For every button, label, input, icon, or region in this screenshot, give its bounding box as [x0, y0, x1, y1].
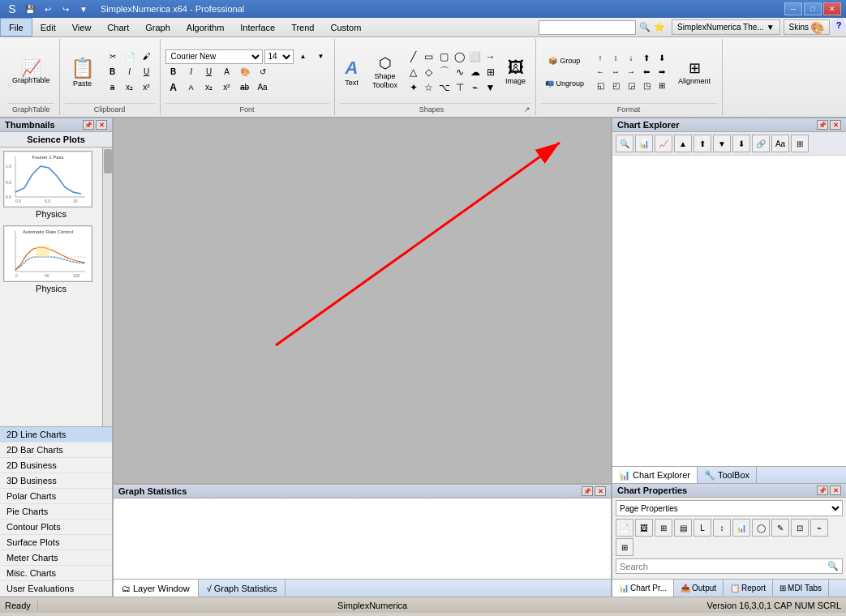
ce-btn-10[interactable]: ⊞	[791, 135, 809, 152]
close-btn[interactable]: ✕	[823, 2, 841, 15]
props-btn-10[interactable]: ⊡	[791, 519, 809, 537]
shape-s1[interactable]: △	[406, 65, 421, 79]
props-btn-8[interactable]: ◯	[752, 519, 770, 537]
chart-pr-tab[interactable]: 📊 Chart Pr...	[612, 580, 674, 597]
menu-graph[interactable]: Graph	[137, 18, 178, 36]
menu-file[interactable]: File	[0, 18, 32, 36]
undo-btn[interactable]: ↩	[41, 2, 55, 16]
pin-explorer-btn[interactable]: 📌	[817, 120, 828, 130]
font-family-select[interactable]: Courier New	[165, 49, 263, 64]
ce-btn-5[interactable]: ⬆	[694, 135, 711, 152]
font-underline-btn[interactable]: U	[201, 65, 217, 79]
font-size-select[interactable]: 14	[264, 49, 294, 64]
thumb-physics-2[interactable]: Automatic Rate Control	[3, 225, 99, 293]
fmt-i4[interactable]: ⬆	[639, 52, 654, 65]
ungroup-btn[interactable]: 📭 Ungroup	[541, 73, 589, 94]
minimize-btn[interactable]: ─	[784, 2, 802, 15]
fmt-i5[interactable]: ⬇	[655, 52, 669, 65]
text-btn[interactable]: A Text	[340, 49, 364, 95]
props-btn-7[interactable]: 📊	[732, 519, 750, 537]
thumb-physics-1[interactable]: Fourier 1 Pass 0.0 0.5 1.0 0.0 5.0	[3, 151, 99, 219]
font-strike-btn[interactable]: ab	[237, 80, 253, 95]
menu-interface[interactable]: Interface	[232, 18, 283, 36]
props-btn-1[interactable]: 📄	[616, 519, 633, 537]
ce-btn-6[interactable]: ▼	[713, 135, 731, 152]
strike-btn[interactable]: a	[105, 80, 121, 95]
menu-chart[interactable]: Chart	[99, 18, 137, 36]
thumbs-scrollbar[interactable]	[102, 148, 112, 426]
font-sub-btn[interactable]: x₂	[201, 80, 217, 95]
font-highlight-btn[interactable]: 🎨	[237, 65, 253, 79]
chart-list-item-2dline[interactable]: 2D Line Charts	[0, 427, 112, 443]
help-btn[interactable]: ?	[831, 18, 846, 32]
dropdown-btn[interactable]: ▼	[76, 2, 91, 16]
mdi-tabs-tab[interactable]: ⊞ MDI Tabs	[773, 580, 829, 597]
chart-list-item-pie[interactable]: Pie Charts	[0, 504, 112, 520]
chart-list-item-meter[interactable]: Meter Charts	[0, 550, 112, 566]
ce-btn-9[interactable]: Aa	[771, 135, 789, 152]
font-case-btn[interactable]: Aa	[255, 80, 271, 95]
canvas-area[interactable]	[114, 118, 611, 483]
font-italic-btn[interactable]: I	[183, 65, 200, 79]
fmt-i15[interactable]: ⊞	[655, 79, 669, 92]
menu-edit[interactable]: Edit	[32, 18, 64, 36]
copy-btn[interactable]: 📄	[122, 49, 138, 64]
font-color-btn[interactable]: A	[219, 65, 235, 79]
pin-btn[interactable]: 📌	[83, 120, 94, 130]
ribbon-search-box[interactable]	[539, 20, 636, 35]
shape-s4[interactable]: ∿	[453, 65, 467, 79]
shape-s10[interactable]: ⌁	[468, 80, 483, 95]
superscript-btn[interactable]: x²	[139, 80, 155, 95]
subscript-btn[interactable]: x₂	[122, 80, 138, 95]
props-btn-5[interactable]: L	[694, 519, 711, 537]
chart-list-item-misc[interactable]: Misc. Charts	[0, 566, 112, 581]
font-size-a-btn[interactable]: A	[165, 80, 182, 95]
italic-btn[interactable]: I	[122, 65, 138, 79]
close-explorer-btn[interactable]: ✕	[830, 120, 841, 130]
font-size-a-sm-btn[interactable]: A	[183, 80, 200, 95]
ce-btn-8[interactable]: 🔗	[752, 135, 770, 152]
props-search-box[interactable]: 🔍	[616, 558, 843, 574]
menu-view[interactable]: View	[64, 18, 100, 36]
font-size-up-btn[interactable]: ▲	[295, 49, 311, 64]
graph-stats-tab[interactable]: √ Graph Statistics	[199, 580, 286, 597]
props-btn-4[interactable]: ▤	[674, 519, 692, 537]
fmt-i3[interactable]: ↓	[624, 52, 638, 65]
props-btn-3[interactable]: ⊞	[655, 519, 672, 537]
skins-btn[interactable]: Skins 🎨	[784, 19, 830, 35]
font-bold-btn[interactable]: B	[165, 65, 182, 79]
close-props-btn[interactable]: ✕	[830, 486, 841, 495]
props-btn-12[interactable]: ⊞	[616, 538, 633, 556]
chart-list-item-surface[interactable]: Surface Plots	[0, 535, 112, 550]
shape-rounded-rect[interactable]: ▢	[437, 49, 452, 64]
shape-arrow[interactable]: →	[483, 49, 498, 64]
props-btn-9[interactable]: ✎	[771, 519, 789, 537]
close-panel-btn[interactable]: ✕	[96, 120, 107, 130]
shape-expand-btn[interactable]: ▼	[483, 80, 498, 95]
ce-btn-2[interactable]: 📊	[635, 135, 653, 152]
toolbox-tab[interactable]: 🔧 ToolBox	[698, 467, 757, 483]
fmt-i9[interactable]: ⬅	[639, 66, 654, 79]
alignment-btn[interactable]: ⊞ Alignment	[674, 49, 715, 95]
format-painter-btn[interactable]: 🖌	[139, 49, 155, 64]
shape-s7[interactable]: ☆	[422, 80, 436, 95]
fmt-i7[interactable]: ↔	[608, 66, 623, 79]
clear-format-btn[interactable]: ↺	[255, 65, 271, 79]
fmt-i13[interactable]: ◲	[624, 79, 638, 92]
chart-list-item-contour[interactable]: Contour Plots	[0, 520, 112, 535]
menu-custom[interactable]: Custom	[322, 18, 369, 36]
group-btn[interactable]: 📦 Group	[544, 50, 584, 71]
graphtable-btn[interactable]: 📈 GraphTable	[8, 49, 54, 95]
shape-s9[interactable]: ⊤	[453, 80, 467, 95]
shape-ellipse[interactable]: ◯	[453, 49, 467, 64]
shapes-expand-icon[interactable]: ↗	[524, 105, 530, 113]
chart-list-item-3dbusiness[interactable]: 3D Business	[0, 473, 112, 489]
props-btn-11[interactable]: ⌁	[810, 519, 828, 537]
image-btn[interactable]: 🖼 Image	[501, 49, 530, 95]
chart-list-item-user[interactable]: User Evaluations	[0, 581, 112, 597]
shape-rect2[interactable]: ⬜	[468, 49, 483, 64]
shape-toolbox-btn[interactable]: ⬡ ShapeToolbox	[367, 49, 403, 95]
props-btn-6[interactable]: ↕	[713, 519, 731, 537]
shape-s2[interactable]: ◇	[422, 65, 436, 79]
report-tab[interactable]: 📋 Report	[724, 580, 773, 597]
